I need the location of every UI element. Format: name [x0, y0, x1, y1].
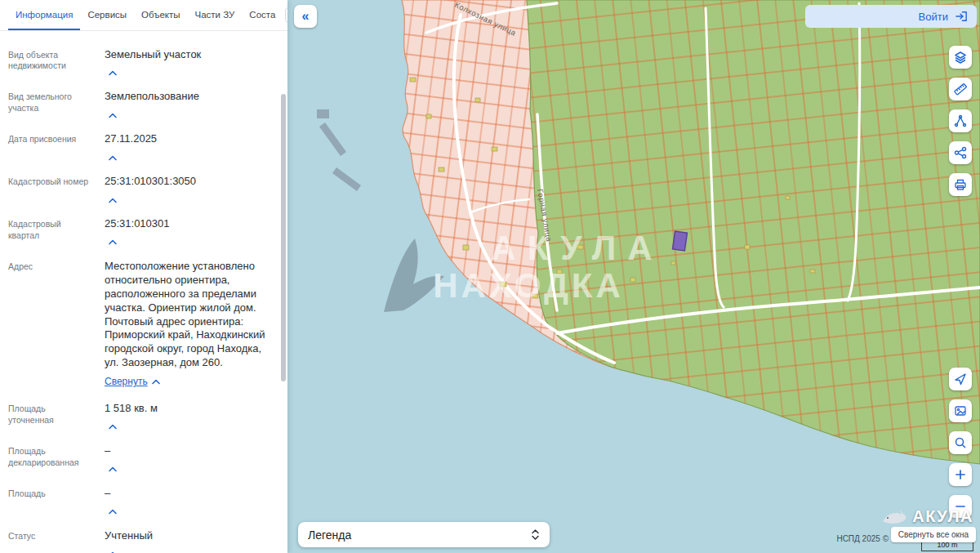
share-icon — [954, 146, 967, 159]
print-icon — [954, 178, 967, 191]
field-row: Кадастровый номер 25:31:010301:3050 — [8, 168, 276, 211]
field-value: Учтенный — [105, 529, 276, 543]
address-collapse-link[interactable]: Свернуть — [105, 376, 160, 387]
share-button[interactable] — [949, 141, 972, 164]
layers-button[interactable] — [949, 46, 972, 69]
address-collapse-link[interactable] — [105, 113, 117, 118]
map-toolbar-bottom — [949, 368, 972, 518]
search-map-button[interactable] — [949, 431, 972, 454]
tab[interactable]: Объекты — [134, 0, 187, 30]
zoom-in-button[interactable] — [949, 463, 972, 486]
field-value: Местоположение установлено относительно … — [105, 260, 276, 370]
chevron-up-icon — [109, 198, 117, 203]
address-collapse-link[interactable] — [105, 424, 117, 430]
field-value: 1 518 кв. м — [105, 402, 276, 416]
field-label: Кадастровый квартал — [8, 217, 93, 241]
akula-logo: АКУЛА — [881, 506, 973, 526]
expand-collapse-icon — [531, 528, 540, 541]
field-label: Площадь декларированная — [8, 444, 93, 468]
address-collapse-link[interactable] — [105, 239, 117, 245]
login-icon — [955, 10, 969, 23]
tab-label: Части ЗУ — [195, 10, 235, 20]
field-label: Дата присвоения — [8, 132, 93, 145]
tab-scroll-button[interactable]: ▸ — [285, 7, 287, 23]
collapse-all-windows-button[interactable]: Свернуть все окна — [891, 527, 976, 542]
tab[interactable]: Сервисы — [80, 0, 134, 30]
tab[interactable]: Части ЗУ — [188, 0, 243, 30]
field-label: Вид объекта недвижимости — [8, 48, 93, 72]
navigation-button[interactable] — [949, 368, 972, 390]
tab-label: Информация — [16, 10, 73, 20]
field-value: 25:31:010301 — [105, 217, 276, 231]
chevron-up-icon — [109, 239, 117, 245]
chevron-up-icon — [109, 155, 117, 161]
field-label: Площадь уточненная — [8, 402, 93, 426]
address-collapse-link[interactable] — [105, 198, 117, 203]
field-value-wrap: – — [105, 487, 276, 515]
field-row: Дата присвоения 27.11.2025 — [8, 126, 276, 168]
ruler-icon — [954, 83, 967, 96]
address-collapse-link[interactable] — [105, 155, 117, 161]
chevron-up-icon — [109, 113, 117, 118]
legend-label: Легенда — [308, 528, 351, 542]
map-toolbar-top — [949, 46, 972, 196]
field-row: Площадь – — [8, 479, 276, 522]
field-value: – — [105, 487, 276, 501]
panel-scrollbar[interactable] — [281, 94, 286, 381]
collapse-panel-button[interactable]: « — [294, 5, 317, 28]
address-collapse-link[interactable] — [105, 70, 117, 76]
field-value-wrap: Землепользование — [105, 90, 276, 118]
field-row: Адрес Местоположение установлено относит… — [8, 252, 276, 395]
login-bar[interactable]: Войти — [805, 5, 977, 28]
login-label: Войти — [919, 11, 948, 23]
double-chevron-left-icon: « — [302, 9, 310, 24]
watermark-line2: НАХОДКА — [433, 266, 624, 305]
tab-label: Объекты — [141, 10, 180, 20]
legend-bar[interactable]: Легенда — [298, 522, 550, 547]
address-collapse-link[interactable] — [105, 466, 117, 472]
chevron-up-icon — [109, 509, 117, 515]
map-canvas[interactable]: АКУЛА НАХОДКА Колхозная улица Горная ули… — [287, 0, 980, 553]
screenshot-icon — [954, 404, 967, 417]
address-collapse-link[interactable] — [105, 509, 117, 515]
print-button[interactable] — [949, 173, 972, 196]
field-label: Адрес — [8, 260, 93, 273]
tab-label: Сервисы — [87, 10, 127, 20]
field-label: Площадь — [8, 487, 93, 500]
ruler-button[interactable] — [949, 78, 972, 100]
tab-label: Соста — [249, 10, 275, 20]
app: ИнформацияСервисыОбъектыЧасти ЗУСоста ▸ … — [0, 0, 980, 553]
field-row: Площадь уточненная 1 518 кв. м — [8, 395, 276, 438]
map-attribution: НСПД 2025 © — [836, 534, 889, 543]
field-value-wrap: Учтенный — [105, 529, 276, 553]
chevron-up-icon — [152, 379, 160, 385]
field-value: 25:31:010301:3050 — [105, 175, 276, 189]
field-value: Землепользование — [105, 90, 276, 104]
measure-icon — [954, 114, 967, 127]
akula-logo-label: АКУЛА — [912, 507, 973, 526]
watermark-line1: АКУЛА — [491, 229, 663, 267]
tab[interactable]: Информация — [8, 0, 80, 30]
selected-parcel[interactable] — [673, 231, 688, 251]
property-fields: Вид объекта недвижимости Земельный участ… — [0, 31, 287, 553]
field-row: Кадастровый квартал 25:31:010301 — [8, 211, 276, 253]
field-value-wrap: 25:31:010301 — [105, 217, 276, 246]
screenshot-button[interactable] — [949, 399, 972, 422]
measure-button[interactable] — [949, 109, 972, 132]
field-value: – — [105, 444, 276, 458]
chevron-up-icon — [109, 424, 117, 430]
field-label: Статус — [8, 529, 93, 542]
zoom-in-icon — [954, 468, 967, 481]
field-value-wrap: – — [105, 444, 276, 473]
cadastral-map[interactable]: АКУЛА НАХОДКА Колхозная улица Горная ули… — [287, 0, 980, 553]
field-value-wrap: 27.11.2025 — [105, 132, 276, 161]
tabs-list: ИнформацияСервисыОбъектыЧасти ЗУСоста — [8, 0, 283, 30]
chevron-up-icon — [109, 70, 117, 76]
field-row: Вид объекта недвижимости Земельный участ… — [8, 41, 276, 83]
navigation-icon — [954, 372, 967, 386]
field-value-wrap: Земельный участок — [105, 48, 276, 77]
field-value-wrap: 25:31:010301:3050 — [105, 175, 276, 203]
tab[interactable]: Соста — [242, 0, 283, 30]
info-panel: ИнформацияСервисыОбъектыЧасти ЗУСоста ▸ … — [0, 0, 287, 553]
field-row: Статус Учтенный — [8, 522, 276, 553]
